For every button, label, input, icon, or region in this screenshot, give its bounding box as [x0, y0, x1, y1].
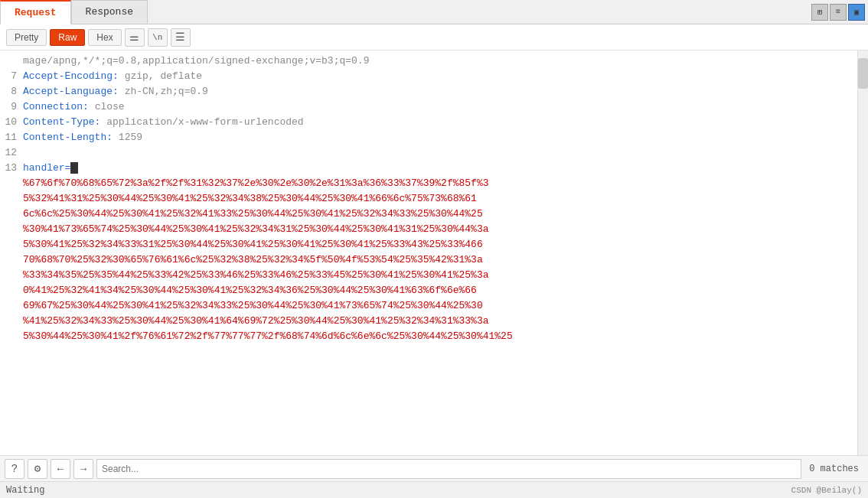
line-number: 13 [0, 161, 23, 176]
tab-request[interactable]: Request [0, 0, 71, 24]
line-number: 8 [0, 84, 23, 99]
line-number: 10 [0, 115, 23, 130]
line-content: 5%32%41%31%25%30%44%25%30%41%25%32%34%38… [23, 191, 857, 207]
line-row: 5%30%44%25%30%41%2f%76%61%72%2f%77%77%77… [0, 329, 857, 344]
line-row: %30%41%73%65%74%25%30%44%25%30%41%25%32%… [0, 222, 857, 237]
line-number [0, 191, 23, 207]
line-row: 9 Connection: close [0, 99, 857, 115]
line-number [0, 298, 23, 314]
line-row: 7 Accept-Encoding: gzip, deflate [0, 69, 857, 84]
match-count: 0 matches [804, 464, 863, 474]
line-content: mage/apng,*/*;q=0.8,application/signed-e… [23, 54, 857, 69]
line-number [0, 54, 23, 69]
line-number [0, 252, 23, 268]
status-attribution: CSDN @Beilay() [791, 486, 862, 495]
line-number: 12 [0, 145, 23, 161]
line-content: %67%6f%70%68%65%72%3a%2f%2f%31%32%37%2e%… [23, 176, 857, 191]
grid-icon[interactable]: ⊞ [811, 4, 828, 21]
line-content [23, 145, 857, 161]
line-number: 11 [0, 130, 23, 145]
line-content: handler=| [23, 161, 857, 176]
search-input[interactable] [96, 459, 801, 479]
line-number: 9 [0, 99, 23, 115]
line-content: 0%41%25%32%41%34%25%30%44%25%30%41%25%32… [23, 283, 857, 298]
panel-icon[interactable]: ▣ [848, 4, 865, 21]
line-content: 5%30%44%25%30%41%2f%76%61%72%2f%77%77%77… [23, 329, 857, 344]
line-row: 13 handler=| [0, 161, 857, 176]
line-content: %30%41%73%65%74%25%30%44%25%30%41%25%32%… [23, 222, 857, 237]
line-content: %33%34%35%25%35%44%25%33%42%25%33%46%25%… [23, 268, 857, 283]
line-number [0, 237, 23, 252]
line-row: 8 Accept-Language: zh-CN,zh;q=0.9 [0, 84, 857, 99]
line-row: 6c%6c%25%30%44%25%30%41%25%32%41%33%25%3… [0, 207, 857, 222]
line-row: 11 Content-Length: 1259 [0, 130, 857, 145]
line-number [0, 329, 23, 344]
settings-button[interactable]: ⚙ [28, 459, 47, 479]
line-number [0, 268, 23, 283]
status-waiting: Waiting [6, 485, 44, 496]
back-button[interactable]: ← [51, 459, 70, 479]
code-area[interactable]: mage/apng,*/*;q=0.8,application/signed-e… [0, 50, 857, 455]
scrollbar[interactable] [857, 50, 868, 455]
line-number: 7 [0, 69, 23, 84]
line-content: Content-Type: application/x-www-form-url… [23, 115, 857, 130]
content-area: mage/apng,*/*;q=0.8,application/signed-e… [0, 50, 868, 455]
line-row: 0%41%25%32%41%34%25%30%44%25%30%41%25%32… [0, 283, 857, 298]
line-number [0, 314, 23, 329]
line-content: 5%30%41%25%32%34%33%31%25%30%44%25%30%41… [23, 237, 857, 252]
line-row: 10 Content-Type: application/x-www-form-… [0, 115, 857, 130]
tab-response[interactable]: Response [71, 0, 148, 24]
line-number [0, 176, 23, 191]
line-row: 70%68%70%25%32%30%65%76%61%6c%25%32%38%2… [0, 252, 857, 268]
line-number [0, 207, 23, 222]
line-row: 12 [0, 145, 857, 161]
line-row: 69%67%25%30%44%25%30%41%25%32%34%33%25%3… [0, 298, 857, 314]
status-bar: Waiting CSDN @Beilay() [0, 481, 868, 498]
help-button[interactable]: ? [5, 459, 24, 479]
newline-icon[interactable]: \n [148, 28, 168, 47]
menu-icon[interactable]: ☰ [171, 28, 191, 47]
list-icon[interactable]: ≡ [830, 4, 847, 21]
toolbar: Pretty Raw Hex ⚌ \n ☰ [0, 24, 868, 50]
line-content: 70%68%70%25%32%30%65%76%61%6c%25%32%38%2… [23, 252, 857, 268]
line-number [0, 222, 23, 237]
line-row: %67%6f%70%68%65%72%3a%2f%2f%31%32%37%2e%… [0, 176, 857, 191]
pretty-button[interactable]: Pretty [6, 29, 47, 46]
scrollbar-thumb[interactable] [858, 58, 868, 89]
line-row: %41%25%32%34%33%25%30%44%25%30%41%64%69%… [0, 314, 857, 329]
line-content: Connection: close [23, 99, 857, 115]
line-number [0, 283, 23, 298]
raw-button[interactable]: Raw [50, 29, 85, 46]
tab-view-icons: ⊞ ≡ ▣ [811, 4, 868, 21]
line-row: 5%30%41%25%32%34%33%31%25%30%44%25%30%41… [0, 237, 857, 252]
line-content: 69%67%25%30%44%25%30%41%25%32%34%33%25%3… [23, 298, 857, 314]
line-row: mage/apng,*/*;q=0.8,application/signed-e… [0, 54, 857, 69]
line-content: Accept-Encoding: gzip, deflate [23, 69, 857, 84]
filter-icon[interactable]: ⚌ [125, 28, 145, 47]
line-content: 6c%6c%25%30%44%25%30%41%25%32%41%33%25%3… [23, 207, 857, 222]
line-row: %33%34%35%25%35%44%25%33%42%25%33%46%25%… [0, 268, 857, 283]
bottom-bar: ? ⚙ ← → 0 matches [0, 455, 868, 481]
tab-bar: Request Response ⊞ ≡ ▣ [0, 0, 868, 24]
line-content: Content-Length: 1259 [23, 130, 857, 145]
line-content: Accept-Language: zh-CN,zh;q=0.9 [23, 84, 857, 99]
line-content: %41%25%32%34%33%25%30%44%25%30%41%64%69%… [23, 314, 857, 329]
forward-button[interactable]: → [73, 459, 93, 479]
line-row: 5%32%41%31%25%30%44%25%30%41%25%32%34%38… [0, 191, 857, 207]
hex-button[interactable]: Hex [88, 29, 121, 46]
